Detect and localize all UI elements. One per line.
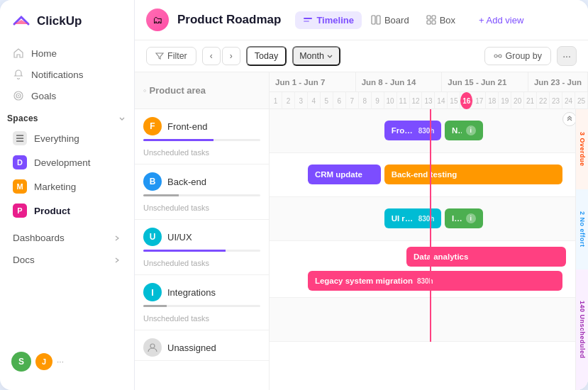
day-22: 22 — [537, 92, 550, 109]
spaces-section-label: Spaces — [0, 106, 134, 126]
month-dropdown[interactable]: Month — [292, 46, 340, 66]
timeline-header: Jun 1 - Jun 7 Jun 8 - Jun 14 Jun 15 - Ju… — [270, 72, 588, 109]
day-8: 8 — [359, 92, 372, 109]
collapse-button[interactable] — [562, 112, 577, 126]
day-13: 13 — [422, 92, 435, 109]
development-badge: D — [13, 155, 27, 169]
logo: ClickUp — [0, 11, 134, 43]
sidebar-item-home[interactable]: Home — [6, 43, 128, 64]
sidebar-item-product[interactable]: P Product — [6, 199, 128, 223]
sidebar-item-dashboards[interactable]: Dashboards — [6, 227, 128, 249]
info-badge-uiux: i — [466, 213, 476, 223]
app-name: ClickUp — [37, 14, 82, 28]
sidebar-item-marketing[interactable]: M Marketing — [6, 174, 128, 199]
project-title: Product Roadmap — [177, 13, 281, 27]
today-line — [430, 109, 431, 342]
side-labels: 3 Overdue 2 No effort 140 Unscheduled — [575, 109, 588, 390]
day-1: 1 — [270, 92, 282, 109]
day-18: 18 — [486, 92, 499, 109]
bar-crm-update[interactable]: CRM update — [308, 165, 381, 184]
sidebar: ClickUp Home Notifications — [0, 0, 135, 390]
marketing-badge: M — [13, 179, 27, 194]
box-icon — [426, 15, 436, 25]
svg-point-2 — [18, 95, 19, 96]
day-25: 25 — [575, 92, 588, 109]
day-7: 7 — [346, 92, 359, 109]
tab-box[interactable]: Box — [418, 11, 463, 29]
sidebar-item-development[interactable]: D Development — [6, 150, 128, 174]
day-23: 23 — [550, 92, 562, 109]
tab-board[interactable]: Board — [363, 11, 417, 29]
bar-ui-revamp[interactable]: UI revamp 830h — [384, 208, 442, 228]
timeline-days: 1 2 3 4 5 6 7 8 9 10 11 — [270, 92, 588, 109]
row-avatar-backend: B — [143, 172, 162, 191]
row-progress-integrations — [143, 305, 260, 307]
main-header: 🗂 Product Roadmap Timeline Board — [135, 0, 588, 40]
unscheduled-label: 140 Unscheduled — [576, 269, 588, 390]
week-4: Jun 23 - Jun — [528, 72, 588, 91]
day-4: 4 — [308, 92, 321, 109]
clickup-logo-icon — [11, 11, 31, 31]
day-20: 20 — [511, 92, 524, 109]
svg-rect-6 — [377, 16, 380, 24]
app-container: ClickUp Home Notifications — [0, 0, 588, 390]
bar-legacy-migration[interactable]: Legacy system migration 830h — [308, 271, 562, 291]
gantt-row-integrations: I Integrations Unscheduled tasks — [135, 275, 269, 330]
tab-timeline[interactable]: Timeline — [295, 11, 362, 29]
nav-arrows: ‹ › — [202, 47, 240, 65]
day-15: 15 — [448, 92, 460, 109]
svg-rect-10 — [432, 21, 436, 24]
day-14: 14 — [435, 92, 448, 109]
sidebar-nav: Home Notifications Goals — [0, 43, 134, 106]
chevron-down-icon — [326, 52, 333, 60]
double-chevron-icon — [566, 116, 573, 123]
svg-rect-3 — [304, 18, 312, 19]
gantt-left-panel: ◦ Product area F Front-end Unscheduled t… — [135, 72, 270, 390]
today-button[interactable]: Today — [246, 46, 287, 66]
week-2: Jun 8 - Jun 14 — [356, 72, 443, 91]
sidebar-item-goals[interactable]: Goals — [6, 85, 128, 106]
next-btn[interactable]: › — [222, 47, 240, 65]
day-10: 10 — [384, 92, 397, 109]
day-12: 12 — [410, 92, 423, 109]
overdue-label: 3 Overdue — [576, 109, 588, 189]
filter-icon — [155, 52, 164, 60]
day-5: 5 — [321, 92, 333, 109]
svg-point-11 — [494, 55, 497, 57]
bar-frontend-upgrade[interactable]: Front-end upgrade 830h — [384, 121, 442, 140]
timeline-icon — [303, 15, 313, 25]
bar-backend-testing[interactable]: Back-end testing — [384, 165, 562, 184]
add-view-button[interactable]: + Add view — [472, 11, 531, 29]
product-badge: P — [13, 204, 27, 218]
user-avatar-s[interactable]: S — [11, 352, 31, 372]
chevron-right-icon — [113, 234, 121, 243]
target-icon — [13, 90, 24, 101]
row-avatar-frontend: F — [143, 117, 162, 135]
view-tabs: Timeline Board Box — [295, 11, 463, 29]
info-badge-frontend: i — [466, 126, 476, 135]
day-3: 3 — [295, 92, 308, 109]
timeline-weeks: Jun 1 - Jun 7 Jun 8 - Jun 14 Jun 15 - Ju… — [270, 72, 588, 92]
bar-new-feature[interactable]: New feature.. i — [445, 121, 483, 140]
row-progress-uiux — [143, 250, 260, 252]
user-avatar-j[interactable]: J — [35, 353, 52, 370]
filter-button[interactable]: Filter — [146, 47, 196, 65]
group-icon — [494, 52, 502, 60]
project-icon: 🗂 — [146, 9, 169, 31]
svg-rect-9 — [427, 21, 431, 24]
bar-implement[interactable]: Implem.. i — [445, 208, 483, 228]
week-3: Jun 15 - Jun 21 — [442, 72, 528, 91]
more-options-button[interactable]: ··· — [557, 46, 577, 66]
svg-rect-8 — [432, 16, 436, 19]
row-avatar-unassigned — [143, 338, 162, 357]
day-24: 24 — [562, 92, 575, 109]
day-6: 6 — [333, 92, 346, 109]
sidebar-item-everything[interactable]: ☰ Everything — [6, 126, 128, 150]
sidebar-item-notifications[interactable]: Notifications — [6, 64, 128, 85]
sidebar-item-docs[interactable]: Docs — [6, 249, 128, 271]
group-by-button[interactable]: Group by — [484, 47, 551, 65]
svg-rect-4 — [304, 21, 309, 22]
prev-btn[interactable]: ‹ — [202, 47, 221, 65]
spaces-nav: ☰ Everything D Development M Marketing P… — [0, 126, 134, 223]
toolbar: Filter ‹ › Today Month — [135, 40, 588, 72]
